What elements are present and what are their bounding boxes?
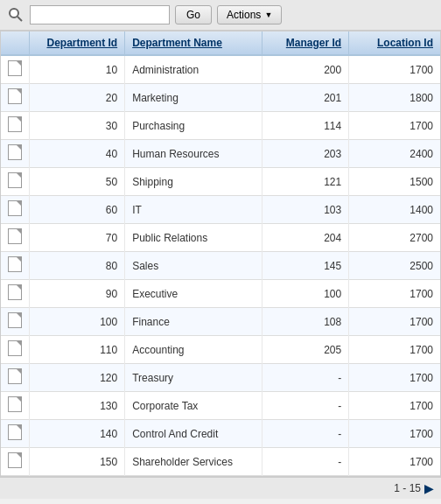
dept-name-cell: Purchasing <box>125 112 262 140</box>
manager-id-cell: 114 <box>262 112 349 140</box>
dept-name-cell: Shipping <box>125 168 262 196</box>
dept-name-cell: Administration <box>125 55 262 84</box>
dept-id-cell: 150 <box>30 448 125 476</box>
row-icon-cell <box>1 280 30 308</box>
row-icon-cell <box>1 224 30 252</box>
dept-id-cell: 10 <box>30 55 125 84</box>
manager-id-cell: 201 <box>262 84 349 112</box>
row-icon-cell <box>1 84 30 112</box>
toolbar: Go Actions ▼ <box>0 0 441 31</box>
col-header-dept-id[interactable]: Department Id <box>30 32 125 55</box>
dept-id-cell: 70 <box>30 224 125 252</box>
manager-id-cell: 204 <box>262 224 349 252</box>
search-icon <box>7 6 24 24</box>
document-icon <box>8 172 22 188</box>
manager-id-cell: 103 <box>262 196 349 224</box>
dept-name-cell: Finance <box>125 308 262 336</box>
dept-id-cell: 50 <box>30 168 125 196</box>
actions-button[interactable]: Actions ▼ <box>217 5 282 24</box>
table-row[interactable]: 150Shareholder Services-1700 <box>1 448 440 476</box>
table-row[interactable]: 30Purchasing1141700 <box>1 112 440 140</box>
manager-id-cell: - <box>262 392 349 420</box>
dept-id-cell: 20 <box>30 84 125 112</box>
table-row[interactable]: 40Human Resources2032400 <box>1 140 440 168</box>
manager-id-cell: 145 <box>262 252 349 280</box>
svg-line-1 <box>18 17 22 21</box>
data-table: Department Id Department Name Manager Id… <box>0 31 441 477</box>
dropdown-arrow-icon: ▼ <box>264 10 272 19</box>
location-id-cell: 1700 <box>349 55 440 84</box>
dept-name-cell: Marketing <box>125 84 262 112</box>
row-icon-cell <box>1 196 30 224</box>
row-icon-cell <box>1 448 30 476</box>
table-row[interactable]: 10Administration2001700 <box>1 55 440 84</box>
go-button[interactable]: Go <box>175 5 212 24</box>
document-icon <box>8 60 22 76</box>
dept-name-cell: Shareholder Services <box>125 448 262 476</box>
row-icon-cell <box>1 55 30 84</box>
document-icon <box>8 116 22 132</box>
table-row[interactable]: 70Public Relations2042700 <box>1 224 440 252</box>
row-icon-cell <box>1 364 30 392</box>
dept-id-cell: 140 <box>30 420 125 448</box>
svg-point-0 <box>10 9 18 18</box>
search-input[interactable] <box>30 5 170 24</box>
table-row[interactable]: 100Finance1081700 <box>1 308 440 336</box>
manager-id-cell: 121 <box>262 168 349 196</box>
manager-id-cell: 205 <box>262 336 349 364</box>
row-icon-cell <box>1 392 30 420</box>
dept-id-cell: 40 <box>30 140 125 168</box>
document-icon <box>8 396 22 412</box>
table-row[interactable]: 20Marketing2011800 <box>1 84 440 112</box>
table-row[interactable]: 140Control And Credit-1700 <box>1 420 440 448</box>
page-range: 1 - 15 <box>394 482 421 494</box>
dept-name-cell: Accounting <box>125 336 262 364</box>
location-id-cell: 2700 <box>349 224 440 252</box>
dept-id-cell: 30 <box>30 112 125 140</box>
document-icon <box>8 452 22 468</box>
dept-name-cell: Control And Credit <box>125 420 262 448</box>
dept-name-cell: Human Resources <box>125 140 262 168</box>
table-row[interactable]: 60IT1031400 <box>1 196 440 224</box>
table-row[interactable]: 50Shipping1211500 <box>1 168 440 196</box>
table-row[interactable]: 120Treasury-1700 <box>1 364 440 392</box>
location-id-cell: 2500 <box>349 252 440 280</box>
col-header-location-id[interactable]: Location Id <box>349 32 440 55</box>
dept-name-cell: Treasury <box>125 364 262 392</box>
dept-name-cell: Sales <box>125 252 262 280</box>
row-icon-cell <box>1 252 30 280</box>
row-icon-cell <box>1 140 30 168</box>
next-page-arrow[interactable]: ▶ <box>424 481 434 495</box>
col-header-dept-name[interactable]: Department Name <box>125 32 262 55</box>
dept-id-cell: 110 <box>30 336 125 364</box>
row-icon-cell <box>1 308 30 336</box>
table-header-row: Department Id Department Name Manager Id… <box>1 32 440 55</box>
location-id-cell: 1700 <box>349 364 440 392</box>
manager-id-cell: 200 <box>262 55 349 84</box>
row-icon-cell <box>1 168 30 196</box>
dept-id-cell: 90 <box>30 280 125 308</box>
row-icon-cell <box>1 336 30 364</box>
location-id-cell: 1400 <box>349 196 440 224</box>
col-header-manager-id[interactable]: Manager Id <box>262 32 349 55</box>
manager-id-cell: 100 <box>262 280 349 308</box>
dept-id-cell: 60 <box>30 196 125 224</box>
table-row[interactable]: 90Executive1001700 <box>1 280 440 308</box>
location-id-cell: 1700 <box>349 448 440 476</box>
table-row[interactable]: 110Accounting2051700 <box>1 336 440 364</box>
location-id-cell: 1500 <box>349 168 440 196</box>
document-icon <box>8 88 22 104</box>
table-row[interactable]: 130Corporate Tax-1700 <box>1 392 440 420</box>
dept-id-cell: 80 <box>30 252 125 280</box>
dept-name-cell: Public Relations <box>125 224 262 252</box>
document-icon <box>8 284 22 300</box>
row-icon-cell <box>1 112 30 140</box>
manager-id-cell: - <box>262 364 349 392</box>
manager-id-cell: - <box>262 448 349 476</box>
manager-id-cell: - <box>262 420 349 448</box>
dept-name-cell: IT <box>125 196 262 224</box>
dept-id-cell: 130 <box>30 392 125 420</box>
table-row[interactable]: 80Sales1452500 <box>1 252 440 280</box>
document-icon <box>8 368 22 384</box>
location-id-cell: 1700 <box>349 112 440 140</box>
